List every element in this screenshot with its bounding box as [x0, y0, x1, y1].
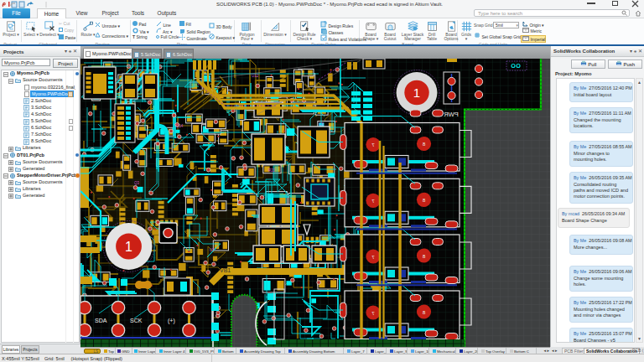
svg-text:C14: C14 [176, 124, 184, 128]
svg-text:VB1: VB1 [220, 267, 231, 273]
svg-text:PWR: PWR [444, 111, 459, 118]
svg-text:1: 1 [413, 85, 420, 100]
svg-text:Q3: Q3 [134, 181, 140, 185]
svg-text:1: 1 [125, 240, 132, 254]
svg-text:(+): (+) [168, 318, 175, 324]
svg-text:R22: R22 [268, 168, 276, 173]
svg-text:SCK: SCK [130, 318, 143, 323]
svg-text:C8: C8 [319, 122, 324, 127]
svg-text:U7: U7 [210, 248, 215, 252]
svg-text:U12: U12 [252, 74, 259, 78]
svg-text:SDA: SDA [95, 318, 107, 323]
